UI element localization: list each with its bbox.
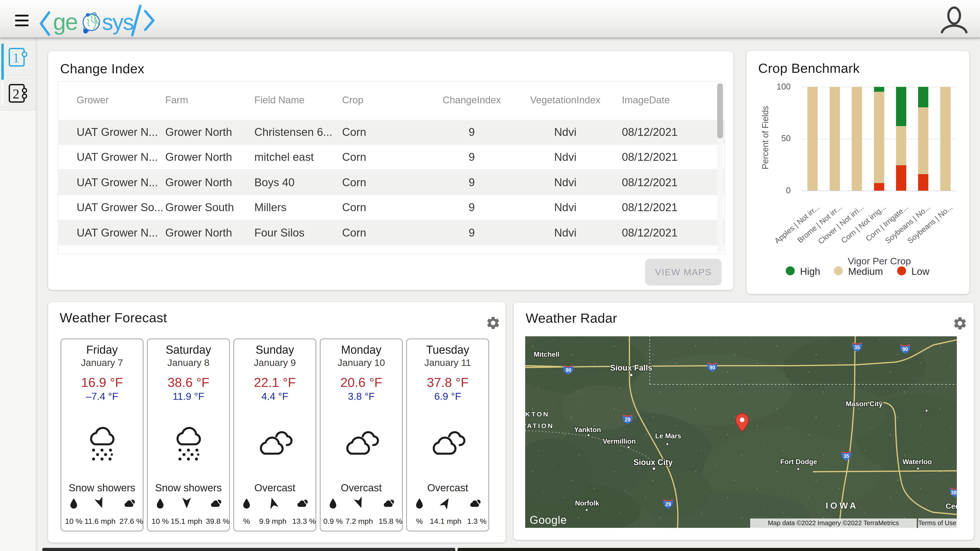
svg-text:Google: Google — [530, 514, 567, 526]
svg-text:Map data ©2022 Imagery ©2022 T: Map data ©2022 Imagery ©2022 TerraMetric… — [768, 519, 899, 527]
svg-text:Norfolk: Norfolk — [575, 499, 599, 507]
svg-text:ge: ge — [53, 9, 78, 35]
svg-text:Vermillion: Vermillion — [603, 438, 636, 445]
svg-text:Fort Dodge: Fort Dodge — [780, 458, 817, 466]
svg-text:IOWA: IOWA — [826, 501, 858, 510]
svg-text:Mitchell: Mitchell — [534, 350, 559, 358]
svg-text:Cedar: Cedar — [946, 502, 957, 510]
svg-text:35: 35 — [843, 453, 849, 459]
svg-text:Waterloo: Waterloo — [902, 458, 932, 466]
svg-text:2: 2 — [13, 86, 20, 101]
svg-text:90: 90 — [902, 346, 908, 352]
svg-text:29: 29 — [665, 501, 671, 507]
svg-text:sys: sys — [102, 10, 134, 35]
svg-text:Yankton: Yankton — [574, 426, 601, 434]
svg-text:29: 29 — [625, 417, 630, 422]
svg-text:Sioux Falls: Sioux Falls — [610, 363, 652, 373]
svg-text:Terms of Use: Terms of Use — [918, 519, 956, 527]
svg-text:Le Mars: Le Mars — [655, 432, 681, 440]
svg-text:Sioux City: Sioux City — [633, 458, 673, 467]
svg-text:90: 90 — [710, 365, 715, 370]
svg-text:380: 380 — [951, 490, 957, 495]
svg-text:90: 90 — [565, 367, 571, 373]
svg-text:Mason City: Mason City — [846, 400, 883, 408]
svg-text:35: 35 — [854, 344, 860, 350]
svg-text:1: 1 — [13, 50, 20, 65]
svg-text:VATION: VATION — [525, 422, 554, 429]
svg-text:KTON: KTON — [525, 411, 549, 418]
